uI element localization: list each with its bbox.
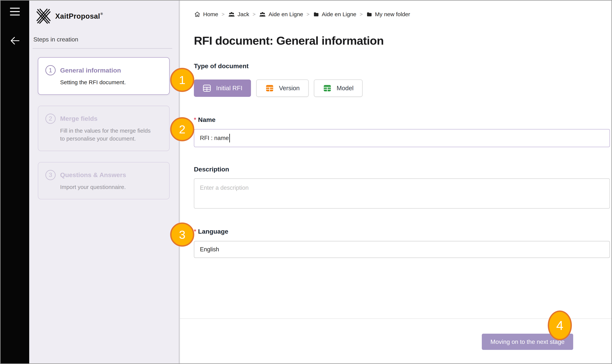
document-type-button-group: Initial RFI Version Model	[194, 79, 610, 97]
breadcrumb-item-jack[interactable]: Jack	[228, 11, 249, 17]
step-title: General information	[60, 67, 121, 74]
users-icon	[228, 11, 235, 17]
menu-icon[interactable]	[10, 8, 20, 15]
version-button[interactable]: Version	[256, 79, 309, 97]
table-icon	[265, 84, 274, 92]
folder-icon	[366, 11, 373, 17]
step-card-questions-answers[interactable]: 3 Questions & Answers Import your questi…	[38, 162, 169, 199]
breadcrumb-item-home[interactable]: Home	[194, 11, 218, 18]
registered-mark: ®	[100, 12, 103, 16]
description-label: Description	[194, 166, 610, 173]
step-card-general-information[interactable]: 1 General information Setting the RFI do…	[38, 57, 169, 95]
step-number-badge: 2	[45, 114, 56, 124]
page-title: RFI document: General information	[194, 34, 610, 47]
breadcrumb-separator: >	[360, 12, 363, 17]
required-asterisk: *	[194, 117, 196, 123]
folder-icon	[313, 11, 319, 17]
back-arrow-icon[interactable]	[10, 34, 20, 48]
model-button[interactable]: Model	[314, 79, 363, 97]
text-cursor	[229, 134, 230, 143]
sidebar-divider	[33, 48, 172, 49]
steps-heading: Steps in creation	[33, 36, 169, 43]
step-card-merge-fields[interactable]: 2 Merge fields Fill in the values for th…	[38, 106, 169, 151]
left-rail	[0, 0, 29, 364]
main-content: Home > Jack > Aide en Ligne >	[180, 0, 612, 364]
breadcrumb-item-aide-en-ligne-1[interactable]: Aide en Ligne	[259, 11, 303, 17]
breadcrumb: Home > Jack > Aide en Ligne >	[194, 11, 610, 18]
home-icon	[194, 11, 201, 18]
breadcrumb-item-my-new-folder[interactable]: My new folder	[366, 11, 410, 17]
name-input-value: RFI : name	[200, 135, 229, 142]
app-logo-text: XaitProposal	[55, 12, 100, 20]
step-title: Merge fields	[60, 115, 97, 122]
footer-divider	[180, 318, 612, 319]
users-icon	[259, 11, 266, 17]
description-placeholder: Enter a description	[200, 184, 248, 191]
app-window: XaitProposal ® Steps in creation 1 Gener…	[0, 0, 612, 364]
breadcrumb-item-aide-en-ligne-2[interactable]: Aide en Ligne	[313, 11, 356, 17]
app-logo: XaitProposal ®	[36, 8, 169, 24]
sidebar: XaitProposal ® Steps in creation 1 Gener…	[29, 0, 179, 364]
breadcrumb-separator: >	[307, 12, 310, 17]
description-textarea[interactable]: Enter a description	[194, 178, 610, 208]
annotation-callout-1: 1	[170, 68, 194, 92]
type-of-document-label: Type of document	[194, 62, 610, 70]
panel-divider	[179, 0, 180, 364]
annotation-callout-4: 4	[548, 311, 572, 340]
name-label: * Name	[194, 116, 610, 123]
initial-rfi-button[interactable]: Initial RFI	[194, 79, 251, 97]
step-description: Import your questionnaire.	[60, 183, 152, 191]
step-number-badge: 3	[45, 170, 56, 180]
annotation-callout-3: 3	[170, 222, 194, 247]
language-select-value: English	[200, 246, 219, 253]
breadcrumb-separator: >	[253, 12, 256, 17]
xait-logo-icon	[36, 8, 51, 24]
step-title: Questions & Answers	[60, 171, 126, 179]
footer-actions: Moving on to the next stage	[194, 334, 610, 350]
name-input[interactable]: RFI : name	[194, 129, 610, 147]
table-icon	[323, 84, 332, 92]
language-label: * Language	[194, 228, 610, 235]
annotation-callout-2: 2	[170, 117, 194, 141]
language-select[interactable]: English	[194, 241, 610, 258]
breadcrumb-separator: >	[221, 12, 225, 17]
table-icon	[203, 84, 211, 92]
step-description: Fill in the values for the merge fields …	[60, 127, 152, 143]
step-description: Setting the RFI document.	[60, 78, 152, 87]
step-number-badge: 1	[45, 65, 56, 75]
